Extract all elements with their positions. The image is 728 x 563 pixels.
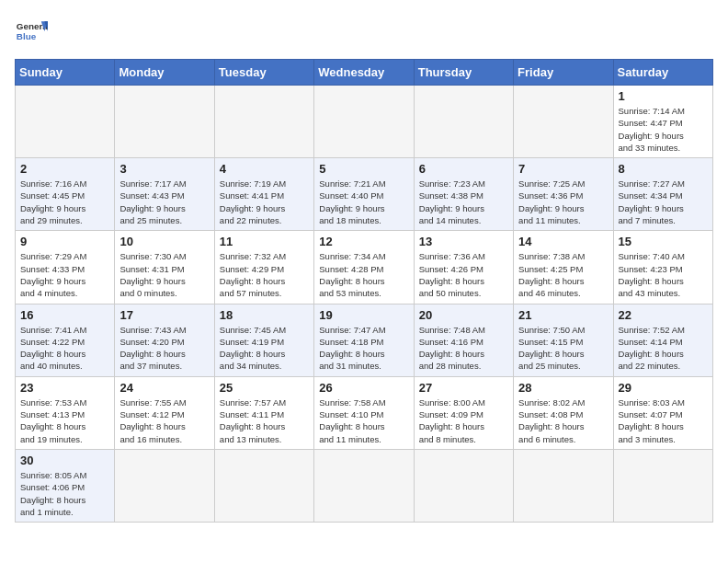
day-number: 4 — [220, 162, 309, 176]
calendar-cell: 11Sunrise: 7:32 AM Sunset: 4:29 PM Dayli… — [214, 231, 313, 304]
calendar-cell: 1Sunrise: 7:14 AM Sunset: 4:47 PM Daylig… — [613, 86, 712, 158]
day-info: Sunrise: 7:30 AM Sunset: 4:31 PM Dayligh… — [119, 250, 209, 299]
calendar-cell: 7Sunrise: 7:25 AM Sunset: 4:36 PM Daylig… — [514, 158, 613, 231]
calendar-cell: 20Sunrise: 7:48 AM Sunset: 4:16 PM Dayli… — [414, 304, 513, 376]
day-number: 3 — [119, 162, 209, 176]
day-info: Sunrise: 7:34 AM Sunset: 4:28 PM Dayligh… — [319, 250, 408, 299]
calendar-cell: 21Sunrise: 7:50 AM Sunset: 4:15 PM Dayli… — [514, 304, 613, 376]
calendar-cell: 27Sunrise: 8:00 AM Sunset: 4:09 PM Dayli… — [414, 376, 513, 449]
header-saturday: Saturday — [613, 60, 712, 86]
calendar-cell — [115, 86, 214, 158]
calendar-cell: 2Sunrise: 7:16 AM Sunset: 4:45 PM Daylig… — [16, 158, 115, 231]
day-info: Sunrise: 7:47 AM Sunset: 4:18 PM Dayligh… — [319, 324, 408, 373]
day-info: Sunrise: 7:14 AM Sunset: 4:47 PM Dayligh… — [619, 105, 708, 154]
calendar-cell — [16, 86, 115, 158]
calendar-cell: 19Sunrise: 7:47 AM Sunset: 4:18 PM Dayli… — [314, 304, 414, 376]
calendar-cell: 28Sunrise: 8:02 AM Sunset: 4:08 PM Dayli… — [514, 376, 613, 449]
day-number: 20 — [419, 308, 508, 322]
calendar-cell — [214, 86, 313, 158]
day-info: Sunrise: 7:38 AM Sunset: 4:25 PM Dayligh… — [518, 250, 608, 299]
day-number: 10 — [119, 235, 209, 248]
day-info: Sunrise: 7:17 AM Sunset: 4:43 PM Dayligh… — [119, 178, 209, 226]
day-number: 15 — [619, 235, 708, 248]
day-info: Sunrise: 7:57 AM Sunset: 4:11 PM Dayligh… — [220, 396, 309, 445]
calendar-cell: 17Sunrise: 7:43 AM Sunset: 4:20 PM Dayli… — [115, 304, 214, 376]
calendar-cell: 3Sunrise: 7:17 AM Sunset: 4:43 PM Daylig… — [115, 158, 214, 231]
calendar-cell — [514, 449, 613, 522]
calendar-cell: 25Sunrise: 7:57 AM Sunset: 4:11 PM Dayli… — [214, 376, 313, 449]
day-info: Sunrise: 7:27 AM Sunset: 4:34 PM Dayligh… — [619, 178, 708, 226]
day-number: 1 — [619, 89, 708, 103]
day-info: Sunrise: 7:48 AM Sunset: 4:16 PM Dayligh… — [419, 324, 508, 373]
calendar-cell: 24Sunrise: 7:55 AM Sunset: 4:12 PM Dayli… — [115, 376, 214, 449]
day-info: Sunrise: 7:53 AM Sunset: 4:13 PM Dayligh… — [20, 396, 109, 445]
calendar-week-6: 30Sunrise: 8:05 AM Sunset: 4:06 PM Dayli… — [16, 449, 713, 522]
day-info: Sunrise: 7:40 AM Sunset: 4:23 PM Dayligh… — [619, 250, 708, 299]
day-number: 7 — [518, 162, 608, 176]
calendar-cell — [613, 449, 712, 522]
calendar-cell: 18Sunrise: 7:45 AM Sunset: 4:19 PM Dayli… — [214, 304, 313, 376]
header-sunday: Sunday — [16, 60, 115, 86]
calendar-cell — [314, 449, 414, 522]
day-info: Sunrise: 8:03 AM Sunset: 4:07 PM Dayligh… — [619, 396, 708, 445]
calendar-cell: 8Sunrise: 7:27 AM Sunset: 4:34 PM Daylig… — [613, 158, 712, 231]
day-number: 25 — [220, 381, 309, 395]
day-number: 12 — [319, 235, 408, 248]
day-info: Sunrise: 7:50 AM Sunset: 4:15 PM Dayligh… — [518, 324, 608, 373]
day-info: Sunrise: 7:25 AM Sunset: 4:36 PM Dayligh… — [518, 178, 608, 226]
calendar-cell: 9Sunrise: 7:29 AM Sunset: 4:33 PM Daylig… — [16, 231, 115, 304]
day-number: 8 — [619, 162, 708, 176]
calendar-cell: 30Sunrise: 8:05 AM Sunset: 4:06 PM Dayli… — [16, 449, 115, 522]
calendar-cell: 26Sunrise: 7:58 AM Sunset: 4:10 PM Dayli… — [314, 376, 414, 449]
day-info: Sunrise: 7:32 AM Sunset: 4:29 PM Dayligh… — [220, 250, 309, 299]
day-number: 28 — [518, 381, 608, 395]
calendar-cell: 29Sunrise: 8:03 AM Sunset: 4:07 PM Dayli… — [613, 376, 712, 449]
day-number: 17 — [119, 308, 209, 322]
day-number: 24 — [119, 381, 209, 395]
day-info: Sunrise: 7:41 AM Sunset: 4:22 PM Dayligh… — [20, 324, 109, 373]
calendar-cell: 14Sunrise: 7:38 AM Sunset: 4:25 PM Dayli… — [514, 231, 613, 304]
day-info: Sunrise: 7:29 AM Sunset: 4:33 PM Dayligh… — [20, 250, 109, 299]
calendar-week-4: 16Sunrise: 7:41 AM Sunset: 4:22 PM Dayli… — [16, 304, 713, 376]
day-info: Sunrise: 8:05 AM Sunset: 4:06 PM Dayligh… — [20, 469, 109, 518]
calendar-cell: 22Sunrise: 7:52 AM Sunset: 4:14 PM Dayli… — [613, 304, 712, 376]
calendar-cell: 13Sunrise: 7:36 AM Sunset: 4:26 PM Dayli… — [414, 231, 513, 304]
day-number: 27 — [419, 381, 508, 395]
day-number: 14 — [518, 235, 608, 248]
day-info: Sunrise: 7:58 AM Sunset: 4:10 PM Dayligh… — [319, 396, 408, 445]
day-info: Sunrise: 7:43 AM Sunset: 4:20 PM Dayligh… — [119, 324, 209, 373]
calendar-cell: 5Sunrise: 7:21 AM Sunset: 4:40 PM Daylig… — [314, 158, 414, 231]
day-info: Sunrise: 7:21 AM Sunset: 4:40 PM Dayligh… — [319, 178, 408, 226]
calendar-cell: 15Sunrise: 7:40 AM Sunset: 4:23 PM Dayli… — [613, 231, 712, 304]
day-number: 23 — [20, 381, 109, 395]
day-number: 6 — [419, 162, 508, 176]
day-number: 29 — [619, 381, 708, 395]
calendar-cell: 12Sunrise: 7:34 AM Sunset: 4:28 PM Dayli… — [314, 231, 414, 304]
calendar-cell — [514, 86, 613, 158]
calendar-cell: 4Sunrise: 7:19 AM Sunset: 4:41 PM Daylig… — [214, 158, 313, 231]
day-number: 26 — [319, 381, 408, 395]
day-number: 30 — [20, 454, 109, 467]
day-number: 5 — [319, 162, 408, 176]
logo: General Blue — [15, 15, 53, 48]
day-info: Sunrise: 7:45 AM Sunset: 4:19 PM Dayligh… — [220, 324, 309, 373]
calendar-cell — [115, 449, 214, 522]
day-number: 11 — [220, 235, 309, 248]
day-info: Sunrise: 7:36 AM Sunset: 4:26 PM Dayligh… — [419, 250, 508, 299]
calendar-week-3: 9Sunrise: 7:29 AM Sunset: 4:33 PM Daylig… — [16, 231, 713, 304]
day-info: Sunrise: 7:55 AM Sunset: 4:12 PM Dayligh… — [119, 396, 209, 445]
calendar-cell: 23Sunrise: 7:53 AM Sunset: 4:13 PM Dayli… — [16, 376, 115, 449]
day-info: Sunrise: 8:02 AM Sunset: 4:08 PM Dayligh… — [518, 396, 608, 445]
calendar-cell — [314, 86, 414, 158]
calendar-header-row: SundayMondayTuesdayWednesdayThursdayFrid… — [16, 60, 713, 86]
calendar-cell — [414, 86, 513, 158]
calendar-cell — [414, 449, 513, 522]
calendar: SundayMondayTuesdayWednesdayThursdayFrid… — [15, 59, 713, 523]
calendar-cell: 16Sunrise: 7:41 AM Sunset: 4:22 PM Dayli… — [16, 304, 115, 376]
calendar-cell — [214, 449, 313, 522]
day-number: 19 — [319, 308, 408, 322]
day-number: 13 — [419, 235, 508, 248]
day-number: 9 — [20, 235, 109, 248]
logo-icon: General Blue — [15, 15, 48, 48]
calendar-week-2: 2Sunrise: 7:16 AM Sunset: 4:45 PM Daylig… — [16, 158, 713, 231]
